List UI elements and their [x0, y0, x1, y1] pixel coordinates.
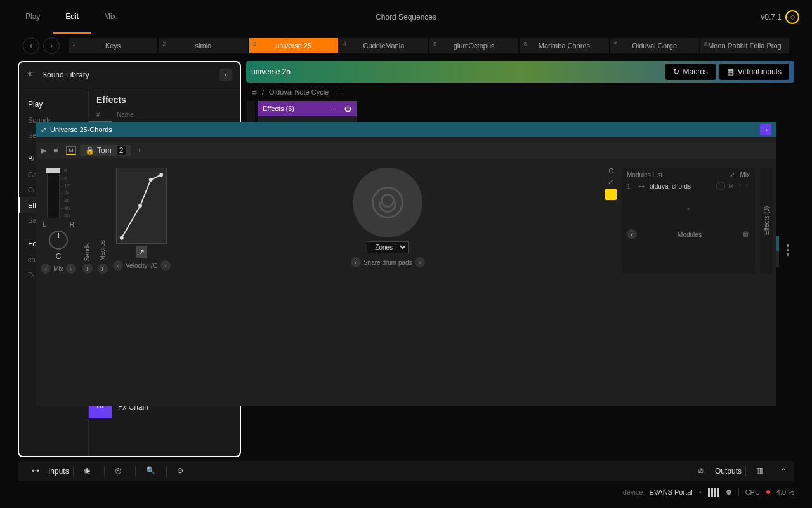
search-icon[interactable]: 🔍: [146, 466, 156, 476]
cpu-label: CPU: [745, 488, 760, 496]
grid-icon[interactable]: ⊞: [251, 88, 257, 96]
session-tab[interactable]: 3universe 25: [249, 38, 338, 53]
outputs-label[interactable]: Outputs: [715, 467, 742, 476]
session-tab[interactable]: 2simio: [159, 38, 247, 53]
cymbal-icon[interactable]: ⊖: [177, 466, 187, 476]
col-hash: #: [96, 111, 117, 118]
mods-prev-button[interactable]: ‹: [627, 229, 637, 239]
settings-gear-icon[interactable]: ⚙: [726, 488, 732, 497]
outputs-icon[interactable]: ⎚: [698, 466, 709, 476]
status-device-name[interactable]: EVANS Portal: [649, 488, 692, 496]
session-tab[interactable]: 5glumOctopus: [429, 38, 518, 53]
pads-next-button[interactable]: ›: [415, 257, 425, 267]
color-label: C: [608, 168, 613, 175]
io-expand-button[interactable]: ⌃: [780, 467, 787, 476]
inputs-icon[interactable]: ⊶: [32, 466, 42, 476]
top-tab-play[interactable]: Play: [13, 1, 53, 34]
top-tab-edit[interactable]: Edit: [53, 1, 91, 34]
effects-title: Effects (6): [263, 105, 294, 112]
cpu-indicator-icon: [766, 490, 770, 494]
inputs-label[interactable]: Inputs: [48, 467, 69, 476]
zones-select[interactable]: Zones: [367, 241, 409, 253]
meters-icon[interactable]: ▥: [756, 466, 766, 476]
color-swatch[interactable]: [605, 189, 617, 200]
midi-activity-icon: [708, 488, 719, 497]
modules-expand-icon[interactable]: ⤢: [730, 171, 735, 178]
top-tab-mix[interactable]: Mix: [91, 1, 129, 34]
nav-fwd-button[interactable]: ›: [43, 37, 60, 54]
device-overflow-button[interactable]: [782, 233, 794, 267]
session-tab[interactable]: 4CuddleMania: [339, 38, 428, 53]
fx-back-icon[interactable]: ←: [330, 105, 337, 112]
app-version: v0.7.1: [761, 13, 785, 22]
app-title: Chord Sequences: [376, 13, 436, 22]
module-placeholder-dot: •: [624, 192, 752, 227]
module-row[interactable]: 1⊶olduvai-chordsM⋮⋮: [624, 180, 752, 192]
status-dot-icon: •: [699, 488, 702, 496]
chip-icon: ▦: [727, 67, 734, 76]
pads-prev-button[interactable]: ‹: [351, 257, 361, 267]
refresh-icon: ↻: [673, 67, 679, 76]
macros-button[interactable]: ↻Macros: [665, 64, 716, 80]
trash-icon[interactable]: 🗑: [742, 230, 750, 239]
library-title: Sound Library: [42, 70, 89, 79]
session-tab[interactable]: 1Keys: [69, 38, 157, 53]
app-logo-icon[interactable]: ⬡: [785, 10, 799, 24]
status-device-label: device: [623, 488, 643, 496]
session-tab[interactable]: 8Moon Rabbit Folia Prog: [700, 38, 789, 53]
workspace-name: universe 25: [251, 67, 291, 76]
library-icon: ⚛: [27, 70, 37, 80]
breadcrumb: ⊞ / Olduvai Note Cycle ⋮⋮: [246, 85, 794, 98]
color-expand-icon[interactable]: ⤢: [608, 177, 614, 186]
fx-power-icon[interactable]: ⏻: [344, 105, 351, 112]
device-forward-button[interactable]: →: [760, 124, 771, 135]
col-name: Name: [117, 111, 134, 118]
kit-icon[interactable]: ◎: [115, 466, 125, 476]
drum-pad[interactable]: [353, 168, 422, 237]
session-tab[interactable]: 6Marimba Chords: [520, 38, 608, 53]
breadcrumb-item[interactable]: Olduvai Note Cycle: [269, 88, 329, 96]
library-list-title: Effects: [89, 88, 240, 109]
session-tab[interactable]: 7Olduvai Gorge: [610, 38, 699, 53]
drum-icon[interactable]: ◉: [84, 466, 94, 476]
libnav-play[interactable]: Play: [19, 96, 88, 112]
library-collapse-button[interactable]: ‹: [219, 69, 232, 81]
cpu-value: 4.0 %: [776, 488, 794, 496]
effects-side-tab[interactable]: Effects (3): [760, 168, 773, 274]
nav-back-button[interactable]: ‹: [23, 37, 39, 54]
drag-handle-icon[interactable]: ⋮⋮: [334, 88, 348, 96]
virtual-inputs-button[interactable]: ▦Virtual inputs: [719, 64, 789, 80]
